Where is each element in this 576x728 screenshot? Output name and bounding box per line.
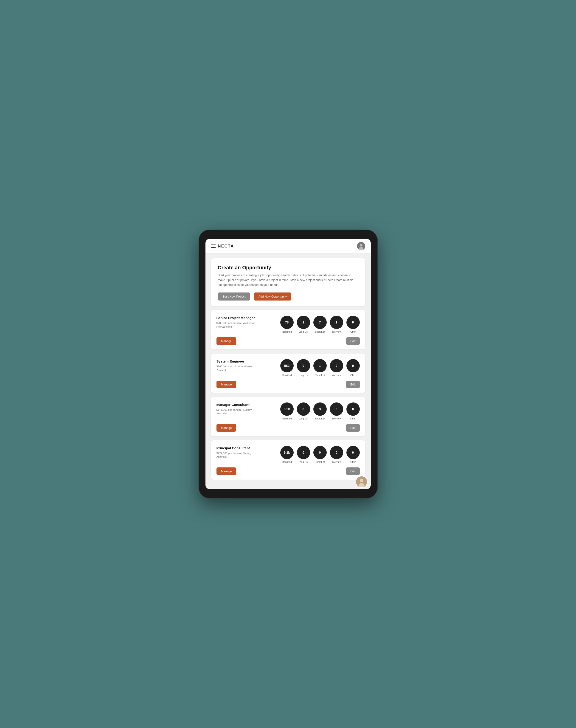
job-info: Principal Consultant $224,000 per annum … bbox=[217, 446, 258, 459]
job-salary: $100 per hour | Auckland New Zealand bbox=[217, 365, 258, 372]
create-card-actions: Start New Project Add New Opportunity bbox=[218, 292, 358, 300]
stat-item-long-list: 0 Long List bbox=[297, 446, 310, 463]
bottom-avatar-image bbox=[356, 476, 367, 488]
edit-button[interactable]: Edit bbox=[346, 381, 359, 388]
job-title: Principal Consultant bbox=[217, 446, 258, 450]
stat-item-offer: 0 Offer bbox=[346, 403, 360, 420]
job-card-footer: Manage Edit bbox=[217, 337, 360, 345]
stat-circle: 0 bbox=[346, 359, 360, 372]
stat-label: Short List bbox=[315, 330, 325, 333]
stat-item-identified: 3.5k Identified bbox=[280, 403, 294, 420]
bottom-avatar[interactable] bbox=[355, 476, 368, 488]
user-avatar[interactable] bbox=[357, 242, 365, 250]
edit-button[interactable]: Edit bbox=[346, 467, 359, 475]
job-info: Manager Consultant $171,000 per annum | … bbox=[217, 403, 258, 415]
stat-item-identified: 582 Identified bbox=[280, 359, 294, 377]
stat-item-interview: 0 Interview bbox=[330, 359, 343, 377]
stat-circle: 0 bbox=[330, 359, 343, 372]
stat-label: Interview bbox=[332, 461, 341, 463]
svg-point-5 bbox=[358, 483, 365, 487]
svg-point-4 bbox=[360, 479, 363, 482]
start-project-button[interactable]: Start New Project bbox=[218, 292, 250, 300]
stat-item-interview: 0 Interview bbox=[330, 446, 343, 463]
job-card-2: System Engineer $100 per hour | Auckland… bbox=[211, 354, 365, 393]
stat-item-interview: 0 Interview bbox=[330, 403, 343, 420]
stat-circle: 0 bbox=[346, 446, 360, 459]
stat-label: Interview bbox=[332, 417, 341, 420]
add-opportunity-button[interactable]: Add New Opportunity bbox=[254, 292, 292, 300]
job-title: System Engineer bbox=[217, 359, 258, 363]
stat-circle: 1 bbox=[330, 316, 343, 329]
stat-item-short-list: 7 Short List bbox=[313, 316, 327, 333]
stat-circle: 1 bbox=[313, 359, 327, 372]
manage-button[interactable]: Manage bbox=[217, 381, 236, 388]
stat-item-interview: 1 Interview bbox=[330, 316, 343, 333]
stat-label: Identified bbox=[282, 330, 292, 333]
edit-button[interactable]: Edit bbox=[346, 337, 359, 345]
stat-label: Identified bbox=[282, 374, 292, 377]
edit-button[interactable]: Edit bbox=[346, 424, 359, 432]
main-content: Create an Opportunity Start your process… bbox=[205, 254, 371, 489]
stat-circle: 0 bbox=[330, 446, 343, 459]
create-opportunity-card: Create an Opportunity Start your process… bbox=[211, 258, 365, 306]
job-card-3: Manager Consultant $171,000 per annum | … bbox=[211, 397, 365, 436]
job-title: Senior Project Manager bbox=[217, 316, 258, 320]
logo-text: NECTA bbox=[218, 244, 234, 249]
stat-circle: 0 bbox=[297, 403, 310, 416]
stat-label: Short List bbox=[315, 374, 325, 377]
stat-circle: 582 bbox=[280, 359, 294, 372]
stat-item-offer: 0 Offer bbox=[346, 359, 360, 377]
stat-circle: 3.5k bbox=[280, 403, 294, 416]
hamburger-menu-button[interactable] bbox=[211, 244, 215, 248]
jobs-list: Senior Project Manager $200,000 per annu… bbox=[211, 310, 365, 479]
stat-circle: 0 bbox=[313, 446, 327, 459]
stat-circle: 0 bbox=[346, 403, 360, 416]
job-card-body: Manager Consultant $171,000 per annum | … bbox=[217, 403, 360, 420]
stat-label: Offer bbox=[350, 461, 355, 463]
stat-circle: 7 bbox=[313, 316, 327, 329]
job-card-footer: Manage Edit bbox=[217, 467, 360, 475]
stat-circle: 0 bbox=[297, 446, 310, 459]
stat-label: Offer bbox=[350, 330, 355, 333]
stat-circle: 78 bbox=[280, 316, 294, 329]
job-salary: $171,000 per annum | Sydney Australia bbox=[217, 408, 258, 415]
job-card-4: Principal Consultant $224,000 per annum … bbox=[211, 440, 365, 479]
stats-row: 9.1k Identified 0 Long List 0 Short List… bbox=[261, 446, 360, 463]
svg-point-1 bbox=[360, 244, 363, 246]
stat-label: Offer bbox=[350, 417, 355, 420]
job-card-footer: Manage Edit bbox=[217, 381, 360, 388]
job-card-footer: Manage Edit bbox=[217, 424, 360, 432]
stat-label: Short List bbox=[315, 461, 325, 463]
stat-label: Identified bbox=[282, 461, 292, 463]
stat-circle: 0 bbox=[346, 316, 360, 329]
manage-button[interactable]: Manage bbox=[217, 337, 236, 345]
stat-label: Identified bbox=[282, 417, 292, 420]
stat-item-short-list: 3 Short List bbox=[313, 403, 327, 420]
job-info: System Engineer $100 per hour | Auckland… bbox=[217, 359, 258, 372]
stat-label: Short List bbox=[315, 417, 325, 420]
manage-button[interactable]: Manage bbox=[217, 424, 236, 432]
nav-left: NECTA bbox=[211, 244, 234, 249]
stat-label: Offer bbox=[350, 374, 355, 377]
create-card-title: Create an Opportunity bbox=[218, 265, 358, 271]
stat-item-identified: 78 Identified bbox=[280, 316, 294, 333]
stat-label: Long List bbox=[298, 374, 308, 377]
job-card-1: Senior Project Manager $200,000 per annu… bbox=[211, 310, 365, 349]
avatar-image bbox=[357, 242, 365, 250]
stat-circle: 0 bbox=[330, 403, 343, 416]
stat-item-long-list: 0 Long List bbox=[297, 403, 310, 420]
stat-circle: 3 bbox=[313, 403, 327, 416]
job-title: Manager Consultant bbox=[217, 403, 258, 407]
job-card-body: System Engineer $100 per hour | Auckland… bbox=[217, 359, 360, 377]
stat-item-long-list: 0 Long List bbox=[297, 359, 310, 377]
nav-bar: NECTA bbox=[205, 239, 371, 254]
stat-item-short-list: 1 Short List bbox=[313, 359, 327, 377]
stat-label: Long List bbox=[298, 417, 308, 420]
manage-button[interactable]: Manage bbox=[217, 467, 236, 475]
stats-row: 3.5k Identified 0 Long List 3 Short List… bbox=[261, 403, 360, 420]
stat-item-long-list: 2 Long List bbox=[297, 316, 310, 333]
stat-circle: 9.1k bbox=[280, 446, 294, 459]
stat-label: Long List bbox=[298, 461, 308, 463]
stat-item-identified: 9.1k Identified bbox=[280, 446, 294, 463]
create-card-description: Start your process of creating a job opp… bbox=[218, 273, 358, 287]
